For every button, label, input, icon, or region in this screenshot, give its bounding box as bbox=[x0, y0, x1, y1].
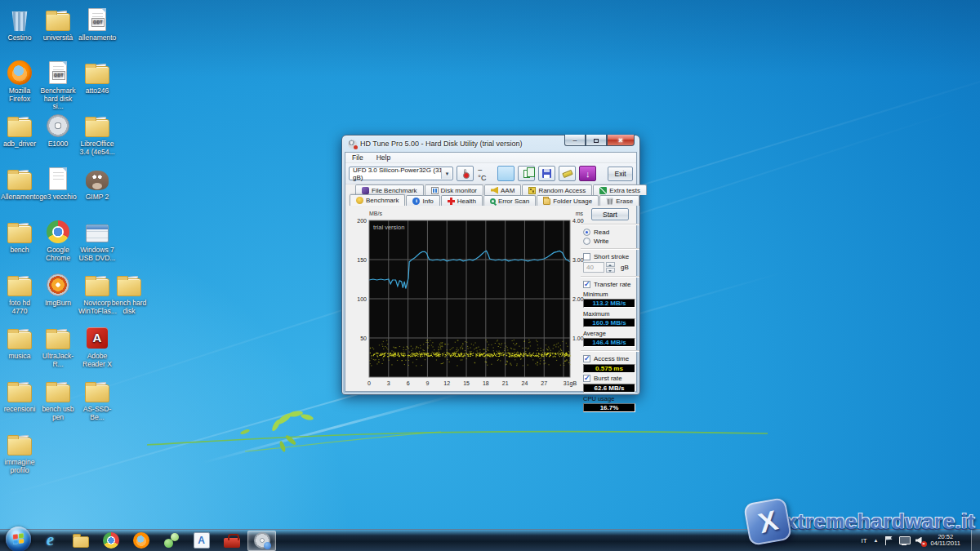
desktop-icon-allenamento[interactable]: allenamento bbox=[78, 7, 116, 42]
chrome-icon bbox=[45, 219, 71, 245]
svg-text:trial version: trial version bbox=[373, 224, 404, 231]
tab-aam[interactable]: AAM bbox=[484, 184, 521, 195]
desktop-icon-adb-driver[interactable]: adb_driver bbox=[1, 113, 38, 149]
action-center-icon[interactable] bbox=[885, 536, 893, 545]
size-input[interactable]: 40 bbox=[583, 262, 604, 273]
desktop-icon-bench-hard-disk[interactable]: bench hard disk bbox=[110, 272, 148, 315]
capture-button[interactable]: ↓ bbox=[579, 166, 596, 181]
diskmon-icon bbox=[431, 187, 439, 194]
hidden-icons-button[interactable]: ▲ bbox=[874, 538, 879, 543]
show-desktop-button[interactable] bbox=[971, 530, 980, 551]
desktop-icon-musica[interactable]: musica bbox=[1, 325, 38, 361]
random-icon bbox=[528, 187, 536, 194]
transfer-rate-checkbox[interactable]: Transfer rate bbox=[583, 281, 639, 288]
desktop-icon-allenamento[interactable]: Allenamento bbox=[1, 166, 38, 202]
tab-benchmark[interactable]: Benchmark bbox=[350, 194, 405, 206]
folder-icon bbox=[116, 272, 142, 298]
minimize-button[interactable]: – bbox=[564, 135, 586, 146]
desktop-icon-ge3-vecchio[interactable]: ge3 vecchio bbox=[39, 166, 77, 202]
folder-icon bbox=[7, 378, 33, 404]
tab-extra-tests[interactable]: Extra tests bbox=[593, 184, 647, 195]
tab-info[interactable]: Info bbox=[406, 195, 439, 206]
copy-button[interactable] bbox=[518, 166, 535, 181]
clock[interactable]: 20:52 04/11/2011 bbox=[931, 534, 960, 548]
desktop-icon-immagine-profilo[interactable]: immagine profilo bbox=[1, 431, 38, 474]
desktop-icon-imgburn[interactable]: ImgBurn bbox=[39, 272, 77, 308]
tab-label: Error Scan bbox=[498, 198, 529, 205]
read-radio[interactable]: Read bbox=[583, 229, 639, 236]
tab-error-scan[interactable]: Error Scan bbox=[483, 195, 536, 206]
taskbar-button-hd-tune[interactable] bbox=[247, 531, 276, 551]
filebench-icon bbox=[362, 187, 369, 194]
close-button[interactable]: × bbox=[607, 135, 635, 146]
write-radio[interactable]: Write bbox=[583, 238, 639, 245]
desktop-icon-label: atto246 bbox=[78, 87, 116, 96]
desktop-icon-universit[interactable]: università bbox=[39, 7, 77, 42]
maximize-button[interactable] bbox=[586, 135, 607, 146]
taskbar-button-live-writer[interactable] bbox=[187, 531, 216, 551]
desktop-icon-ultrajack-r[interactable]: UltraJack-R... bbox=[39, 325, 77, 368]
desktop-icon-as-ssd-be[interactable]: AS-SSD-Be... bbox=[78, 378, 116, 421]
burst-rate-checkbox[interactable]: Burst rate bbox=[583, 375, 639, 382]
drive-select[interactable]: UFD 3.0 Silicon-Power32G (31 gB) ▼ bbox=[349, 167, 453, 180]
tab-folder-usage[interactable]: Folder Usage bbox=[537, 195, 599, 206]
volume-muted-icon[interactable] bbox=[915, 536, 924, 545]
short-stroke-checkbox[interactable]: Short stroke bbox=[583, 253, 639, 260]
checkbox-icon bbox=[583, 281, 590, 288]
language-indicator[interactable]: IT bbox=[862, 537, 867, 544]
taskbar-button-messenger[interactable] bbox=[157, 531, 185, 551]
network-icon[interactable] bbox=[899, 536, 909, 545]
title-bar[interactable]: HD Tune Pro 5.00 - Hard Disk Utility (tr… bbox=[342, 136, 639, 152]
errorscan-icon bbox=[490, 198, 496, 204]
taskbar-button-toolbox-app[interactable] bbox=[217, 531, 246, 551]
minimum-label: Minimum bbox=[583, 291, 639, 298]
chevron-down-icon[interactable]: ▼ bbox=[441, 168, 452, 179]
menu-file[interactable]: File bbox=[352, 153, 363, 162]
desktop-icon-mozilla-firefox[interactable]: Mozilla Firefox bbox=[1, 60, 38, 103]
internet-explorer-icon bbox=[42, 532, 59, 549]
taskbar-button-firefox[interactable] bbox=[127, 531, 155, 551]
start-button[interactable]: Start bbox=[591, 208, 629, 220]
desktop-icon-google-chrome[interactable]: Google Chrome bbox=[39, 219, 77, 262]
tab-random-access[interactable]: Random Access bbox=[522, 184, 592, 195]
svg-text:150: 150 bbox=[357, 257, 367, 263]
menu-help[interactable]: Help bbox=[376, 153, 390, 162]
tab-health[interactable]: Health bbox=[441, 195, 483, 206]
hd-tune-window[interactable]: HD Tune Pro 5.00 - Hard Disk Utility (tr… bbox=[341, 135, 640, 395]
desktop-icon-recensioni[interactable]: recensioni bbox=[1, 378, 38, 414]
tab-erase[interactable]: Erase bbox=[599, 195, 639, 206]
desktop-icon-atto246[interactable]: atto246 bbox=[78, 60, 116, 96]
size-stepper[interactable] bbox=[606, 262, 615, 273]
desktop-icon-bench[interactable]: bench bbox=[1, 219, 38, 255]
desktop-icon-adobe-reader-x[interactable]: Adobe Reader X bbox=[78, 325, 116, 368]
exit-button[interactable]: Exit bbox=[608, 167, 633, 181]
maximum-label: Maximum bbox=[583, 310, 639, 318]
desktop-icon-label: musica bbox=[1, 353, 38, 361]
bin-icon bbox=[7, 7, 33, 33]
highlighter-button[interactable] bbox=[559, 166, 576, 181]
desktop-icon-foto-hd-4770[interactable]: foto hd 4770 bbox=[1, 272, 38, 315]
desktop-icon-libreoffice-3-4-4e54[interactable]: LibreOffice 3.4 (4e54... bbox=[78, 113, 116, 156]
tab-disk-monitor[interactable]: Disk monitor bbox=[425, 184, 483, 195]
folder-icon bbox=[7, 272, 33, 298]
svg-text:24: 24 bbox=[522, 380, 528, 386]
svg-text:6: 6 bbox=[407, 380, 410, 386]
desktop-icon-benchmark-hard-disk-si[interactable]: Benchmark hard disk si... bbox=[39, 60, 77, 111]
access-time-checkbox[interactable]: Access time bbox=[583, 355, 639, 362]
desktop-icon-bench-usb-pen[interactable]: bench usb pen bbox=[39, 378, 77, 421]
desktop-icon-gimp-2[interactable]: GIMP 2 bbox=[78, 166, 116, 202]
taskbar-button-internet-explorer[interactable] bbox=[36, 531, 65, 551]
desktop-icon-label: Cestino bbox=[1, 34, 38, 42]
desktop-icon-cestino[interactable]: Cestino bbox=[1, 7, 38, 42]
temperature-button[interactable] bbox=[457, 166, 474, 181]
start-button[interactable] bbox=[6, 527, 31, 551]
taskbar-button-google-chrome[interactable] bbox=[96, 531, 125, 551]
save-button[interactable] bbox=[538, 166, 555, 181]
folder-icon bbox=[84, 272, 110, 298]
desktop-icon-e1000[interactable]: E1000 bbox=[39, 113, 77, 149]
desktop-icon-label: Allenamento bbox=[1, 193, 38, 202]
screenshot-button[interactable] bbox=[497, 166, 514, 181]
svg-text:200: 200 bbox=[357, 218, 367, 224]
taskbar-button-windows-explorer[interactable] bbox=[66, 531, 95, 551]
desktop-icon-windows-7-usb-dvd[interactable]: Windows 7 USB DVD... bbox=[78, 219, 116, 262]
